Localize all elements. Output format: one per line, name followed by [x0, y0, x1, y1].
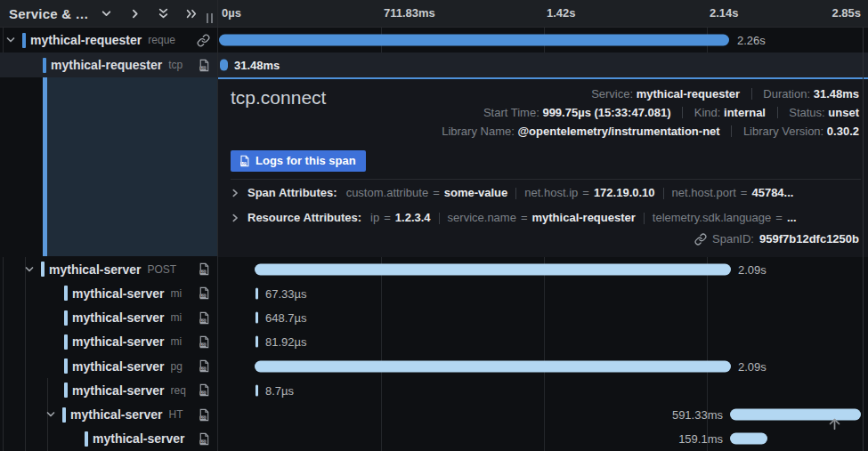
expand-all-icon[interactable] — [186, 8, 198, 20]
span-name[interactable]: mythical-requester — [51, 58, 162, 72]
span-color-indicator — [41, 262, 45, 277]
collapse-all-icon[interactable] — [158, 8, 169, 20]
span-duration-label: 81.92µs — [265, 335, 307, 349]
expander-icon[interactable] — [5, 35, 16, 45]
service-value: mythical-requester — [637, 87, 740, 101]
span-log-icon[interactable]: LOG — [198, 383, 210, 397]
span-log-icon[interactable]: LOG — [198, 335, 210, 349]
span-log-icon[interactable]: LOG — [198, 311, 210, 325]
span-name[interactable]: mythical-server — [70, 407, 163, 422]
attribute-pair: custom.attribute=some-value — [346, 186, 508, 199]
span-row[interactable]: mythical-server req LOG 8.7µs — [0, 378, 868, 402]
expander-icon[interactable] — [24, 264, 35, 275]
span-duration-label: 648.7µs — [265, 311, 307, 325]
span-detail-section: tcp.connect Service: mythical-requester … — [0, 77, 868, 257]
svg-text:LOG: LOG — [200, 416, 207, 420]
svg-text:LOG: LOG — [200, 440, 207, 444]
chevron-right-icon[interactable] — [231, 213, 239, 222]
span-log-icon[interactable]: LOG — [198, 59, 210, 72]
span-bar[interactable] — [256, 336, 258, 348]
span-row[interactable]: mythical-server HT LOG 591.33ms — [0, 403, 868, 427]
attribute-pair: net.host.port=45784... — [672, 186, 794, 199]
chevron-right-icon[interactable] — [231, 189, 239, 197]
span-color-indicator — [64, 310, 68, 326]
span-log-icon[interactable]: LOG — [198, 262, 210, 276]
svg-text:LOG: LOG — [241, 162, 247, 165]
header-bar: Service & … 0µs 711.83ms 1.42s 2.14s 2.8… — [0, 0, 868, 28]
library-name-value: @opentelemetry/instrumentation-net — [517, 125, 719, 138]
span-row[interactable]: mythical-server mi LOG 81.92µs — [0, 330, 868, 354]
span-bar[interactable] — [255, 263, 731, 275]
span-log-icon[interactable]: LOG — [198, 408, 210, 422]
logs-for-span-button[interactable]: LOG Logs for this span — [231, 150, 366, 172]
span-name[interactable]: mythical-server — [93, 431, 185, 446]
span-bar[interactable] — [220, 60, 228, 71]
span-bar[interactable] — [730, 433, 767, 445]
svg-text:LOG: LOG — [200, 270, 207, 274]
span-id-value: 959f7b12dfc1250b — [759, 232, 859, 246]
span-duration-label: 67.33µs — [265, 286, 307, 300]
span-detail-panel: tcp.connect Service: mythical-requester … — [218, 77, 868, 257]
status-label: Status: — [789, 106, 824, 119]
span-name[interactable]: mythical-server — [49, 262, 142, 277]
meta-line-3: Library Name: @opentelemetry/instrumenta… — [442, 122, 859, 141]
span-id-link[interactable]: SpanID: 959f7b12dfc1250b — [694, 232, 859, 246]
span-color-indicator — [62, 407, 66, 423]
svg-text:LOG: LOG — [200, 392, 207, 396]
span-attributes-label[interactable]: Span Attributes: — [247, 186, 337, 199]
span-name[interactable]: mythical-server — [72, 310, 165, 325]
span-meta: Service: mythical-requester Duration: 31… — [442, 85, 859, 141]
span-bar[interactable] — [256, 287, 258, 299]
span-row[interactable]: mythical-server pg LOG 2.09s — [0, 354, 868, 378]
attribute-pair: ip=1.2.3.4 — [370, 211, 430, 224]
link-icon — [694, 233, 707, 246]
span-duration-label: 2.09s — [738, 262, 767, 276]
span-operation-label: mi — [171, 335, 194, 348]
scroll-to-top-icon[interactable] — [827, 416, 842, 431]
timeline-header: 0µs 711.83ms 1.42s 2.14s 2.85s — [218, 0, 868, 27]
divider — [231, 179, 861, 180]
span-operation-label: tcp — [168, 59, 194, 71]
span-name[interactable]: mythical-server — [72, 286, 165, 301]
span-bar[interactable] — [256, 312, 258, 324]
span-link-icon[interactable] — [197, 34, 210, 47]
span-rows: mythical-server POST LOG 2.09s mythical-… — [0, 257, 868, 451]
span-row[interactable]: mythical-server LOG 159.1ms — [0, 427, 868, 451]
span-row-selected[interactable]: mythical-requester tcp LOG 31.48ms — [0, 52, 868, 77]
expander-icon[interactable] — [45, 409, 56, 420]
library-version-value: 0.30.2 — [827, 125, 859, 138]
meta-line-2: Start Time: 999.75µs (15:33:47.081) Kind… — [442, 103, 859, 122]
chevron-right-icon[interactable] — [129, 8, 141, 20]
span-color-indicator — [85, 431, 88, 447]
span-color-indicator — [64, 334, 68, 350]
start-time-value: 999.75µs (15:33:47.081) — [542, 106, 670, 119]
span-log-icon[interactable]: LOG — [198, 432, 210, 446]
status-value: unset — [828, 106, 859, 119]
span-operation-label: req — [171, 384, 194, 397]
trace-viewer: Service & … 0µs 711.83ms 1.42s 2.14s 2.8… — [0, 0, 868, 451]
tick-label: 0µs — [222, 6, 241, 20]
span-operation-label: HT — [169, 408, 194, 421]
kind-label: Kind: — [694, 106, 721, 119]
span-name[interactable]: mythical-requester — [30, 33, 142, 47]
column-header-title[interactable]: Service & … — [9, 6, 89, 21]
span-bar[interactable] — [256, 384, 258, 396]
span-bar[interactable] — [219, 35, 729, 46]
span-name[interactable]: mythical-server — [72, 334, 165, 349]
logs-button-label: Logs for this span — [256, 154, 356, 167]
span-log-icon[interactable]: LOG — [198, 359, 210, 373]
span-row[interactable]: mythical-requester reque 2.26s — [0, 28, 868, 52]
span-name[interactable]: mythical-server — [72, 383, 165, 398]
span-row[interactable]: mythical-server mi LOG 648.7µs — [0, 306, 868, 330]
span-log-icon[interactable]: LOG — [198, 286, 210, 300]
span-row[interactable]: mythical-server POST LOG 2.09s — [0, 257, 868, 281]
chevron-down-icon[interactable] — [101, 8, 112, 20]
span-row[interactable]: mythical-server mi LOG 67.33µs — [0, 281, 868, 305]
span-color-indicator — [22, 33, 26, 48]
span-name[interactable]: mythical-server — [72, 359, 165, 374]
span-bar[interactable] — [255, 360, 731, 372]
resource-attributes-label[interactable]: Resource Attributes: — [247, 211, 361, 224]
span-duration-label: 31.48ms — [234, 59, 280, 72]
resource-attributes-row: Resource Attributes: ip=1.2.3.4 service.… — [231, 211, 861, 224]
column-resize-handle[interactable] — [207, 13, 213, 23]
